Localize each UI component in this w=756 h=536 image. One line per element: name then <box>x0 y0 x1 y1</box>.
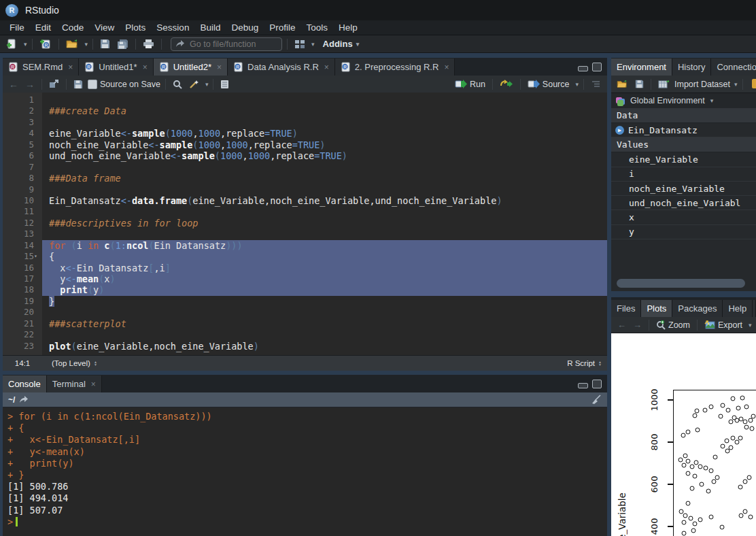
close-tab-icon[interactable]: × <box>68 63 73 72</box>
document-outline-icon[interactable] <box>589 77 603 92</box>
console-command: + { <box>7 422 607 434</box>
new-file-caret[interactable]: ▾ <box>24 41 27 48</box>
addins-button[interactable]: Addins ▾ <box>323 39 360 49</box>
menu-build[interactable]: Build <box>194 20 226 35</box>
tab-connections[interactable]: Connections <box>711 58 756 76</box>
menu-plots[interactable]: Plots <box>120 20 151 35</box>
tab-console[interactable]: Console <box>3 375 47 392</box>
menu-session[interactable]: Session <box>151 20 194 35</box>
open-file-button[interactable] <box>64 37 81 52</box>
menu-tools[interactable]: Tools <box>300 20 333 35</box>
env-object-x[interactable]: x <box>611 210 756 224</box>
scope-selector[interactable]: (Top Level) <box>52 359 90 367</box>
tab-files[interactable]: Files <box>611 300 641 317</box>
tab-history[interactable]: History <box>672 58 711 76</box>
y-tick-mark <box>668 526 673 526</box>
import-dataset-label[interactable]: Import Dataset <box>674 80 730 89</box>
rerun-button[interactable] <box>498 77 515 92</box>
pane-layout-button[interactable] <box>292 37 307 52</box>
import-dataset-icon[interactable] <box>656 77 672 92</box>
maximize-console-icon[interactable] <box>592 380 602 388</box>
load-workspace-icon[interactable] <box>615 77 630 92</box>
env-object-i[interactable]: i <box>611 167 756 182</box>
env-object-und_noch_eine_Variabl[interactable]: und_noch_eine_Variabl <box>611 196 756 210</box>
menu-file[interactable]: File <box>4 20 30 35</box>
forward-icon[interactable]: → <box>23 77 37 92</box>
minimize-console-icon[interactable] <box>578 383 588 388</box>
save-all-button[interactable] <box>115 37 131 52</box>
scatter-point <box>691 528 696 533</box>
maximize-source-icon[interactable] <box>592 63 602 71</box>
scatter-point <box>725 439 729 443</box>
filetype-selector[interactable]: R Script <box>567 359 595 367</box>
console-prompt[interactable]: > <box>7 516 607 528</box>
close-tab-icon[interactable]: × <box>91 380 96 389</box>
scatter-point <box>690 464 695 469</box>
tab-terminal[interactable]: Terminal× <box>47 375 102 392</box>
source-on-save-checkbox[interactable] <box>88 80 97 89</box>
import-dataset-caret[interactable]: ▾ <box>734 81 738 88</box>
minimize-source-icon[interactable] <box>578 66 588 71</box>
working-directory: ~/ <box>8 395 15 405</box>
popout-icon[interactable] <box>47 77 61 92</box>
scatter-point <box>751 414 756 418</box>
close-tab-icon[interactable]: × <box>444 63 449 72</box>
tab-2-preprocessing-r-r[interactable]: R2. Preprocessing R.R× <box>335 58 456 76</box>
tab-untitled2-[interactable]: RUntitled2*× <box>154 58 228 76</box>
new-file-button[interactable] <box>4 37 20 52</box>
find-icon[interactable] <box>171 77 184 92</box>
pane-layout-caret[interactable]: ▾ <box>311 41 315 48</box>
console-output[interactable]: > for (i in c(1:ncol(Ein_Datansatz)))+ {… <box>3 407 607 536</box>
goto-file-box[interactable] <box>171 37 282 51</box>
run-button[interactable]: Run <box>453 77 487 92</box>
tab-data-analysis-r-r[interactable]: RData Analysis R.R× <box>228 58 335 76</box>
menu-debug[interactable]: Debug <box>226 20 264 35</box>
export-plot-caret[interactable]: ▾ <box>749 322 752 329</box>
expand-icon[interactable]: ▶ <box>615 126 624 135</box>
export-plot-button[interactable]: Export <box>702 318 744 333</box>
code-editor[interactable]: 12###create Data34eine_Variable<-sample(… <box>3 93 607 356</box>
zoom-plot-button[interactable]: Zoom <box>654 318 692 333</box>
env-object-noch_eine_Variable[interactable]: noch_eine_Variable <box>611 182 756 196</box>
env-object-y[interactable]: y <box>611 225 756 239</box>
code-tools-icon[interactable] <box>187 77 201 92</box>
tab-plots[interactable]: Plots <box>641 300 672 317</box>
tab-sem-rmd[interactable]: RSEM.Rmd× <box>3 58 79 76</box>
tab-packages[interactable]: Packages <box>672 300 723 317</box>
close-tab-icon[interactable]: × <box>143 63 148 72</box>
goto-file-input[interactable] <box>188 39 266 50</box>
global-environment-selector[interactable]: Global Environment ▾ <box>611 93 756 109</box>
popout-dir-icon[interactable] <box>19 396 28 403</box>
previous-plot-icon[interactable]: ← <box>615 318 628 333</box>
env-object-Ein_Datansatz[interactable]: ▶Ein_Datansatz <box>611 123 756 137</box>
menu-profile[interactable]: Profile <box>264 20 300 35</box>
menu-help[interactable]: Help <box>333 20 363 35</box>
next-plot-icon[interactable]: → <box>631 318 644 333</box>
print-button[interactable] <box>141 37 156 52</box>
source-status-bar: 14:1 (Top Level) ▲▼ R Script ▲▼ <box>3 355 607 371</box>
code-tools-caret[interactable]: ▾ <box>205 81 209 88</box>
close-tab-icon[interactable]: × <box>217 63 222 72</box>
menu-code[interactable]: Code <box>56 20 89 35</box>
menu-view[interactable]: View <box>89 20 120 35</box>
save-workspace-icon[interactable] <box>633 77 646 92</box>
scatter-point <box>719 414 723 418</box>
source-caret[interactable]: ▾ <box>575 81 579 88</box>
save-button[interactable] <box>98 37 112 52</box>
tab-untitled1-[interactable]: RUntitled1*× <box>79 58 153 76</box>
menu-edit[interactable]: Edit <box>30 20 56 35</box>
back-icon[interactable]: ← <box>7 77 20 92</box>
environment-hscrollbar[interactable] <box>617 279 745 288</box>
clear-console-broom-icon[interactable] <box>591 395 602 405</box>
compile-report-icon[interactable] <box>218 77 231 92</box>
new-project-button[interactable]: R <box>37 37 54 52</box>
rstudio-window: R RStudio FileEditCodeViewPlotsSessionBu… <box>0 0 756 536</box>
tab-help[interactable]: Help <box>723 300 753 317</box>
source-button[interactable]: Source <box>526 77 572 92</box>
open-file-caret[interactable]: ▾ <box>85 41 88 48</box>
tab-partial[interactable] <box>753 300 756 317</box>
save-source-icon[interactable] <box>71 77 85 92</box>
close-tab-icon[interactable]: × <box>324 63 329 72</box>
env-object-eine_Variable[interactable]: eine_Variable <box>611 152 756 167</box>
tab-environment[interactable]: Environment <box>611 58 672 76</box>
